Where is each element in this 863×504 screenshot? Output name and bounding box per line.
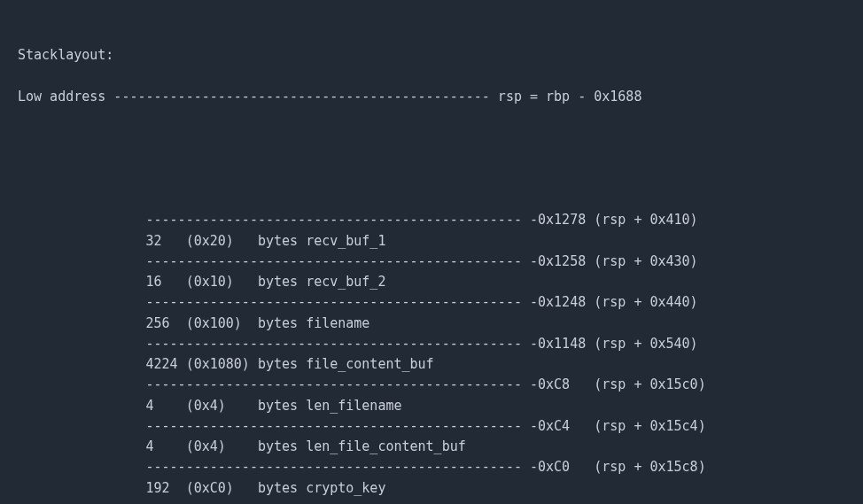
stack-row: 4224 (0x1080) bytes file_content_buf — [18, 354, 845, 375]
separator: ----------------------------------------… — [146, 253, 530, 269]
rsp-equation: rsp = rbp - 0x1688 — [498, 89, 642, 105]
stack-row: 192 (0xC0) bytes crypto_key — [18, 478, 845, 499]
size-decimal: 32 — [146, 233, 186, 249]
separator: ----------------------------------------… — [146, 212, 530, 228]
bytes-keyword: bytes — [258, 274, 306, 290]
separator: ----------------------------------------… — [146, 336, 530, 352]
separator-line: ----------------------------------------… — [18, 292, 845, 313]
separator: ----------------------------------------… — [146, 418, 530, 434]
stack-row: 32 (0x20) bytes recv_buf_1 — [18, 231, 845, 252]
low-address-line: Low address ----------------------------… — [18, 87, 845, 107]
field-name: len_file_content_buf — [306, 438, 466, 454]
offset-annotation: -0x1278 (rsp + 0x410) — [530, 212, 698, 228]
offset-annotation: -0x1148 (rsp + 0x540) — [530, 336, 698, 352]
size-hex: (0x10) — [186, 274, 258, 290]
size-decimal: 192 — [146, 480, 186, 496]
field-name: len_filename — [306, 398, 401, 414]
separator-line: ----------------------------------------… — [18, 252, 845, 272]
size-hex: (0xC0) — [186, 480, 258, 496]
size-decimal: 256 — [146, 315, 186, 331]
field-name: recv_buf_1 — [306, 233, 385, 249]
field-name: filename — [306, 315, 369, 331]
stack-layout-diagram: Stacklayout: Low address ---------------… — [0, 0, 863, 504]
size-decimal: 4 — [146, 438, 186, 454]
size-decimal: 4224 — [146, 356, 186, 372]
stack-row: 256 (0x100) bytes filename — [18, 314, 845, 334]
separator: ----------------------------------------… — [146, 459, 530, 475]
size-hex: (0x20) — [186, 233, 258, 249]
bytes-keyword: bytes — [258, 438, 306, 454]
size-hex: (0x100) — [186, 315, 258, 331]
size-hex: (0x1080) — [186, 356, 258, 372]
size-hex: (0x4) — [186, 398, 258, 414]
stack-row: 4 (0x4) bytes len_filename — [18, 396, 845, 416]
stack-row: 4 (0x4) bytes len_file_content_buf — [18, 437, 845, 457]
size-decimal: 4 — [146, 398, 186, 414]
offset-annotation: -0x1248 (rsp + 0x440) — [530, 294, 698, 310]
offset-annotation: -0xC8 (rsp + 0x15c0) — [530, 376, 706, 392]
separator-line: ----------------------------------------… — [18, 210, 845, 230]
bytes-keyword: bytes — [258, 233, 306, 249]
bytes-keyword: bytes — [258, 480, 306, 496]
field-name: file_content_buf — [306, 356, 434, 372]
size-decimal: 16 — [146, 274, 186, 290]
blank-line — [18, 128, 845, 148]
title-line: Stacklayout: — [18, 45, 845, 66]
separator-line: ----------------------------------------… — [18, 375, 845, 395]
title: Stacklayout: — [18, 47, 113, 63]
offset-annotation: -0x1258 (rsp + 0x430) — [530, 253, 698, 269]
separator-line: ----------------------------------------… — [18, 457, 845, 477]
offset-annotation: -0xC4 (rsp + 0x15c4) — [530, 418, 706, 434]
bytes-keyword: bytes — [258, 356, 306, 372]
separator-line: ----------------------------------------… — [18, 334, 845, 354]
separator-line: ----------------------------------------… — [18, 416, 845, 437]
bytes-keyword: bytes — [258, 315, 306, 331]
bytes-keyword: bytes — [258, 398, 306, 414]
separator: ----------------------------------------… — [146, 294, 530, 310]
stack-rows: ----------------------------------------… — [18, 210, 845, 499]
low-address-label: Low address — [18, 89, 105, 105]
field-name: recv_buf_2 — [306, 274, 385, 290]
size-hex: (0x4) — [186, 438, 258, 454]
field-name: crypto_key — [306, 480, 385, 496]
stack-row: 16 (0x10) bytes recv_buf_2 — [18, 272, 845, 292]
separator: ----------------------------------------… — [146, 376, 530, 392]
blank-line — [18, 169, 845, 190]
separator: ----------------------------------------… — [105, 89, 498, 105]
offset-annotation: -0xC0 (rsp + 0x15c8) — [530, 459, 706, 475]
